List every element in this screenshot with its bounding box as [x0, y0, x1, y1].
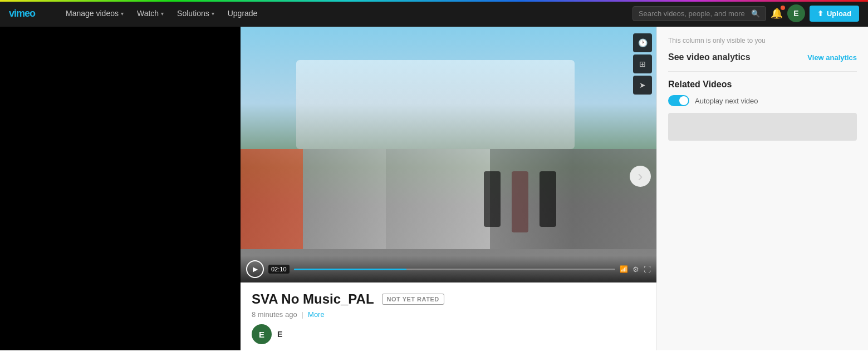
- watch-arrow: ▾: [161, 11, 164, 17]
- search-icon: 🔍: [751, 9, 760, 18]
- upload-time: 8 minutes ago: [252, 310, 297, 319]
- topbar: vimeo Manage videos ▾ Watch ▾ Solutions …: [0, 0, 868, 27]
- video-side-icons: 🕐 ⊞ ➤: [633, 33, 652, 95]
- analytics-row: See video analytics View analytics: [668, 52, 857, 62]
- volume-icon[interactable]: 📶: [620, 265, 628, 273]
- upload-icon: ⬆: [817, 9, 823, 18]
- nav-manage-videos[interactable]: Manage videos ▾: [60, 6, 129, 21]
- not-rated-badge: NOT YET RATED: [382, 294, 444, 305]
- autoplay-row: Autoplay next video: [668, 95, 857, 106]
- nav-solutions[interactable]: Solutions ▾: [171, 6, 220, 21]
- svg-text:vimeo: vimeo: [9, 8, 36, 19]
- view-analytics-link[interactable]: View analytics: [807, 53, 857, 62]
- nav-links: Manage videos ▾ Watch ▾ Solutions ▾ Upgr…: [60, 6, 632, 21]
- time-display: 02:10: [268, 265, 290, 274]
- video-player[interactable]: 🕐 ⊞ ➤ ▶ 02:10 📶 ⚙ ⛶: [241, 27, 656, 282]
- video-title-row: SVA No Music_PAL NOT YET RATED: [252, 291, 645, 307]
- watch-later-icon[interactable]: 🕐: [633, 33, 652, 52]
- play-button[interactable]: ▶: [246, 260, 264, 278]
- upload-button[interactable]: ⬆ Upload: [810, 6, 859, 22]
- video-meta: 8 minutes ago | More: [252, 310, 645, 319]
- vimeo-logo[interactable]: vimeo: [9, 7, 47, 19]
- main-layout: 🕐 ⊞ ➤ ▶ 02:10 📶 ⚙ ⛶ SVA No Music_PAL NOT…: [0, 27, 868, 350]
- share-icon[interactable]: ➤: [633, 76, 652, 95]
- related-videos-title: Related Videos: [668, 80, 857, 90]
- manage-videos-arrow: ▾: [121, 11, 124, 17]
- more-link[interactable]: More: [308, 310, 325, 319]
- nav-watch[interactable]: Watch ▾: [131, 6, 169, 21]
- solutions-arrow: ▾: [212, 11, 214, 17]
- sidebar-notice: This column is only visible to you: [668, 37, 857, 44]
- progress-fill: [294, 269, 406, 270]
- related-video-thumbnail[interactable]: [668, 113, 857, 141]
- rainbow-bar: [0, 0, 868, 2]
- player-settings-icon[interactable]: ⚙: [632, 265, 639, 274]
- uploader-avatar[interactable]: E: [252, 324, 272, 344]
- right-nav-arrow[interactable]: ›: [630, 166, 651, 187]
- search-input[interactable]: [639, 9, 748, 18]
- sidebar-divider: [668, 71, 857, 72]
- uploader-row: E E: [252, 324, 645, 344]
- search-box[interactable]: 🔍: [632, 6, 766, 21]
- right-sidebar: This column is only visible to you See v…: [656, 27, 868, 350]
- user-avatar[interactable]: E: [787, 4, 805, 22]
- progress-bar[interactable]: [294, 269, 615, 270]
- notification-badge: [781, 6, 785, 10]
- video-title: SVA No Music_PAL: [252, 291, 374, 307]
- toggle-knob: [679, 96, 688, 105]
- autoplay-toggle[interactable]: [668, 95, 689, 106]
- video-info: SVA No Music_PAL NOT YET RATED 8 minutes…: [241, 282, 656, 350]
- autoplay-label: Autoplay next video: [695, 97, 758, 105]
- meta-separator: |: [302, 310, 303, 319]
- analytics-label: See video analytics: [668, 52, 751, 62]
- nav-upgrade[interactable]: Upgrade: [222, 6, 263, 21]
- nav-right: 🔍 🔔 E ⬆ Upload: [632, 4, 859, 22]
- video-section: 🕐 ⊞ ➤ ▶ 02:10 📶 ⚙ ⛶ SVA No Music_PAL NOT…: [241, 27, 656, 350]
- fullscreen-icon[interactable]: ⛶: [644, 265, 651, 274]
- left-sidebar: [0, 27, 241, 350]
- notifications-button[interactable]: 🔔: [771, 7, 783, 19]
- add-to-collection-icon[interactable]: ⊞: [633, 54, 652, 73]
- video-controls: ▶ 02:10 📶 ⚙ ⛶: [241, 256, 656, 282]
- uploader-name: E: [277, 330, 282, 339]
